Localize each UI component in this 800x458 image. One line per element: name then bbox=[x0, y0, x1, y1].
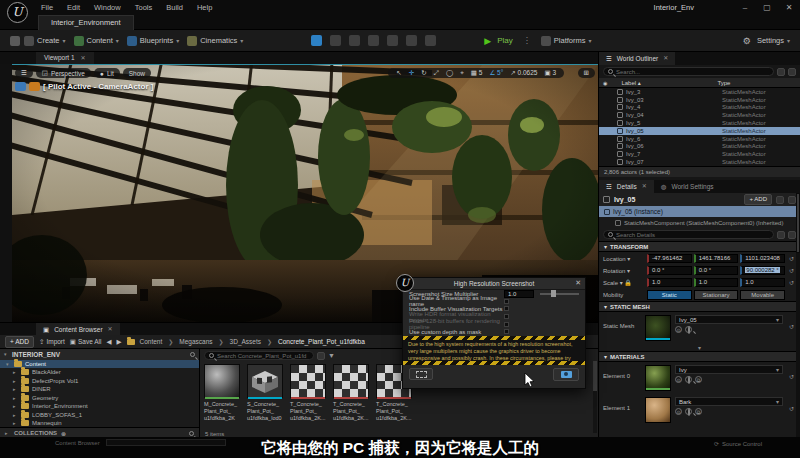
surface-snap-icon[interactable]: ⌖ bbox=[458, 69, 466, 77]
tree-item-content[interactable]: ▾Content bbox=[0, 360, 199, 368]
content-browser-tab[interactable]: ▣Content Browser✕ bbox=[36, 323, 120, 335]
close-button[interactable]: ✕ bbox=[778, 0, 800, 15]
maximize-viewport-button[interactable]: ⊞ bbox=[578, 68, 595, 78]
level-tab[interactable]: Interior_Environment bbox=[38, 15, 134, 30]
world-coordinate-icon[interactable]: ◯ bbox=[444, 69, 455, 77]
assets-scrollbar[interactable] bbox=[593, 361, 597, 433]
grid-snap-icon[interactable]: ▦ 5 bbox=[469, 69, 485, 77]
specify-region-button[interactable] bbox=[409, 368, 433, 380]
timestamp-checkbox[interactable] bbox=[504, 299, 509, 304]
close-icon[interactable]: ✕ bbox=[81, 52, 86, 64]
asset-tile-staticmesh[interactable]: S_Concrete_ Plant_Pot_ u1fdfkba_lod0 bbox=[247, 364, 285, 422]
buffer-targets-checkbox[interactable] bbox=[504, 306, 509, 311]
cinematics-button[interactable]: Cinematics▾ bbox=[187, 36, 243, 46]
transform-section-header[interactable]: ▾TRANSFORM bbox=[599, 241, 800, 252]
browse-to-asset-icon[interactable] bbox=[685, 408, 692, 415]
tree-item[interactable]: ▸DefectProps Vol1 bbox=[0, 377, 199, 385]
tree-item[interactable]: ▸LOBBY_SOFAS_1 bbox=[0, 410, 199, 418]
eject-pilot-icon[interactable] bbox=[29, 82, 40, 91]
add-collection-icon[interactable]: ⊕ bbox=[61, 430, 66, 437]
material-1-thumbnail[interactable] bbox=[645, 397, 671, 423]
animation-mode-icon[interactable] bbox=[425, 35, 436, 46]
location-y-field[interactable]: 1461.78166 bbox=[694, 254, 739, 263]
select-tool-icon[interactable]: ↖ bbox=[394, 69, 403, 77]
select-mode-icon[interactable] bbox=[311, 35, 322, 46]
create-button[interactable]: Create▾ bbox=[24, 36, 66, 46]
breadcrumb-content[interactable]: Content bbox=[140, 338, 163, 345]
brush-editing-mode-icon[interactable] bbox=[406, 35, 417, 46]
actor-instance-row[interactable]: Ivy_05 (Instance) bbox=[599, 206, 800, 217]
tree-item[interactable]: ▸Geometry bbox=[0, 393, 199, 401]
new-folder-icon[interactable] bbox=[777, 68, 785, 76]
outliner-row[interactable]: Ivy_07StaticMeshActor bbox=[599, 158, 800, 166]
rotation-snap-icon[interactable]: ∠ 5° bbox=[487, 69, 505, 77]
scale-tool-icon[interactable]: ⤢ bbox=[432, 69, 441, 77]
materials-section-header[interactable]: ▾MATERIALS bbox=[599, 351, 800, 362]
lock-icon[interactable] bbox=[788, 196, 796, 204]
close-icon[interactable]: ✕ bbox=[642, 180, 647, 193]
outliner-row[interactable]: Ivy_7StaticMeshActor bbox=[599, 150, 800, 158]
material-0-combo[interactable]: Ivy▾ bbox=[675, 365, 783, 374]
menu-tools[interactable]: Tools bbox=[128, 0, 160, 15]
display-filter-icon[interactable] bbox=[777, 231, 785, 239]
browse-to-asset-icon[interactable] bbox=[685, 326, 692, 333]
details-search-input[interactable]: Search Details bbox=[603, 230, 774, 239]
maximize-button[interactable]: ▢ bbox=[756, 0, 778, 15]
details-scrollbar[interactable] bbox=[796, 193, 800, 437]
outliner-row[interactable]: Ivy_03StaticMeshActor bbox=[599, 96, 800, 104]
fracture-mode-icon[interactable] bbox=[387, 35, 398, 46]
location-z-field[interactable]: 1101.023408 bbox=[740, 254, 785, 263]
outliner-row[interactable]: Ivy_06StaticMeshActor bbox=[599, 143, 800, 151]
camera-icon[interactable] bbox=[15, 82, 26, 91]
asset-tile-texture[interactable]: T_Concrete_ Plant_Pot_ u1fdfkba_2K... bbox=[333, 364, 371, 422]
favorites-icon[interactable] bbox=[788, 231, 796, 239]
copy-icon[interactable]: ⧉ bbox=[695, 376, 702, 383]
save-icon[interactable] bbox=[10, 36, 20, 46]
add-component-button[interactable]: + ADD bbox=[744, 194, 772, 205]
save-search-icon[interactable] bbox=[317, 352, 325, 360]
close-icon[interactable]: ✕ bbox=[108, 323, 113, 336]
world-settings-tab[interactable]: ◍World Settings bbox=[654, 180, 721, 193]
reset-icon[interactable]: ↺ bbox=[787, 373, 796, 380]
outliner-row[interactable]: Ivy_3StaticMeshActor bbox=[599, 88, 800, 96]
play-options-icon[interactable]: ⋮ bbox=[523, 36, 531, 45]
history-forward-icon[interactable]: ▶ bbox=[117, 338, 122, 346]
play-button[interactable]: ▶Play bbox=[484, 36, 512, 46]
use-selected-icon[interactable]: ⊙ bbox=[675, 408, 682, 415]
reset-icon[interactable]: ↺ bbox=[787, 267, 796, 274]
world-outliner-tab[interactable]: ☰World Outliner✕ bbox=[599, 52, 675, 65]
custom-depth-checkbox[interactable] bbox=[504, 329, 509, 334]
close-icon[interactable]: ✕ bbox=[575, 279, 581, 287]
scale-label[interactable]: Scale ▾ 🔒 bbox=[603, 279, 645, 286]
multiplier-slider[interactable] bbox=[540, 293, 579, 295]
scale-y-field[interactable]: 1.0 bbox=[694, 278, 739, 287]
show-button[interactable]: Show bbox=[123, 68, 151, 78]
browse-to-asset-icon[interactable] bbox=[685, 376, 692, 383]
rotation-x-field[interactable]: 0.0 ° bbox=[647, 266, 692, 275]
static-mesh-combo[interactable]: Ivy_05▾ bbox=[675, 315, 783, 324]
location-label[interactable]: Location ▾ bbox=[603, 255, 645, 262]
mobility-movable-button[interactable]: Movable bbox=[740, 290, 785, 300]
scale-z-field[interactable]: 1.0 bbox=[740, 278, 785, 287]
viewport-options-button[interactable]: ☰ bbox=[15, 68, 33, 78]
rotation-y-field[interactable]: 0.0 ° bbox=[694, 266, 739, 275]
sources-header[interactable]: ▾INTERIOR_ENV bbox=[0, 349, 199, 360]
use-selected-icon[interactable]: ⊙ bbox=[675, 376, 682, 383]
asset-tile-material[interactable]: M_Concrete_ Plant_Pot_ u1fdfkba_2K bbox=[204, 364, 242, 422]
tree-item[interactable]: ▸Mannequin bbox=[0, 419, 199, 427]
view-options-icon[interactable] bbox=[788, 68, 796, 76]
menu-edit[interactable]: Edit bbox=[60, 0, 87, 15]
search-icon[interactable] bbox=[189, 431, 194, 436]
reset-icon[interactable]: ↺ bbox=[787, 323, 796, 330]
material-0-thumbnail[interactable] bbox=[645, 365, 671, 391]
breadcrumb-3d-assets[interactable]: 3D_Assets bbox=[230, 338, 261, 345]
menu-window[interactable]: Window bbox=[87, 0, 128, 15]
use-selected-icon[interactable]: ⊙ bbox=[675, 326, 682, 333]
mobility-stationary-button[interactable]: Stationary bbox=[694, 290, 739, 300]
breadcrumb-current-folder[interactable]: Concrete_Plant_Pot_u1fdfkba bbox=[278, 338, 365, 345]
menu-help[interactable]: Help bbox=[190, 0, 219, 15]
content-button[interactable]: Content▾ bbox=[74, 36, 119, 46]
close-icon[interactable]: ✕ bbox=[663, 52, 668, 65]
minimize-button[interactable]: – bbox=[734, 0, 756, 15]
outliner-row[interactable]: Ivy_6StaticMeshActor bbox=[599, 135, 800, 143]
